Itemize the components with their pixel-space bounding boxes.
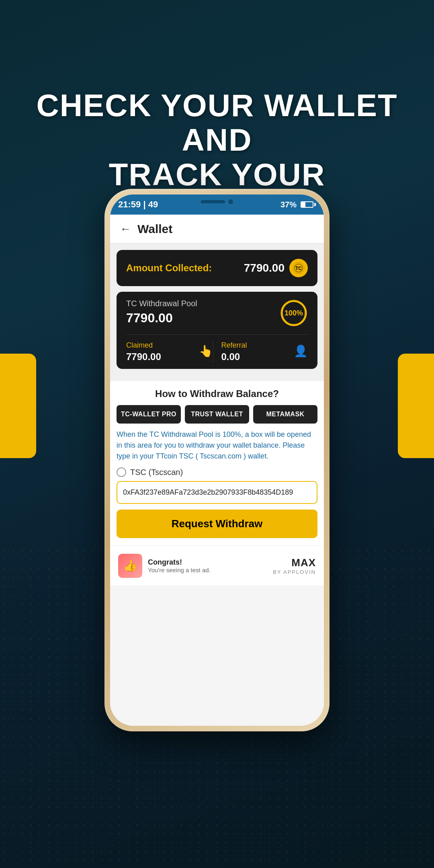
pool-claimed-col: Claimed 7790.00 👆	[126, 341, 213, 362]
hand-icon: 👆	[199, 344, 213, 358]
battery-icon	[301, 201, 316, 208]
claimed-value: 7790.00	[126, 351, 161, 362]
ad-thumbnail: 👍	[118, 554, 142, 578]
pool-label: TC Withdrawal Pool	[126, 299, 197, 308]
pool-bottom: Claimed 7790.00 👆 Referral 0.00	[117, 335, 317, 369]
ad-text-block: Congrats! You're seeing a test ad.	[148, 558, 211, 573]
how-title: How to Withdraw Balance?	[117, 388, 317, 399]
amount-value: 7790.00	[244, 262, 285, 274]
max-text: MAX	[273, 557, 316, 569]
back-button[interactable]: ←	[120, 223, 131, 235]
status-notch	[187, 194, 247, 209]
max-logo: MAX BY APPLOVIN	[273, 557, 316, 575]
how-section: How to Withdraw Balance? TC-WALLET PRO T…	[110, 381, 324, 545]
tc-wallet-pro-button[interactable]: TC-WALLET PRO	[117, 405, 181, 424]
claimed-label: Claimed	[126, 341, 161, 350]
side-decoration-right	[398, 354, 434, 458]
referral-value: 0.00	[221, 351, 247, 362]
ad-left: 👍 Congrats! You're seeing a test ad.	[118, 554, 211, 578]
status-time: 21:59 | 49	[118, 199, 158, 210]
battery-body	[301, 201, 313, 208]
coin-icon: TC	[289, 259, 308, 277]
pool-top: TC Withdrawal Pool 7790.00 100%	[117, 292, 317, 334]
wallet-content: Amount Collected: 7790.00 TC	[110, 244, 324, 381]
battery-fill	[301, 202, 305, 207]
amount-card: Amount Collected: 7790.00 TC	[117, 250, 317, 286]
nav-bar: ← Wallet	[110, 215, 324, 244]
ad-banner: 👍 Congrats! You're seeing a test ad. MAX…	[110, 545, 324, 585]
phone-inner: 21:59 | 49 37% ← W	[110, 194, 324, 726]
notch-camera	[228, 199, 233, 204]
max-sub: BY APPLOVIN	[273, 569, 316, 575]
circle-progress: 100%	[280, 299, 308, 327]
progress-percent: 100%	[285, 309, 303, 317]
pool-info: TC Withdrawal Pool 7790.00	[126, 299, 197, 326]
tsc-label: TSC (Tscscan)	[130, 468, 183, 477]
nav-title: Wallet	[137, 222, 172, 236]
pool-card: TC Withdrawal Pool 7790.00 100%	[117, 292, 317, 369]
amount-value-row: 7790.00 TC	[244, 259, 308, 277]
pool-referral-col: Referral 0.00 👤	[213, 341, 308, 362]
status-bar: 21:59 | 49 37%	[110, 194, 324, 215]
pool-value: 7790.00	[126, 311, 197, 326]
side-decoration-left	[0, 354, 36, 458]
app-content: Amount Collected: 7790.00 TC	[110, 244, 324, 726]
request-withdraw-button[interactable]: Request Withdraw	[117, 510, 317, 538]
tsc-radio-row: TSC (Tscscan)	[117, 467, 317, 477]
wallet-buttons: TC-WALLET PRO TRUST WALLET METAMASK	[117, 405, 317, 424]
trust-wallet-button[interactable]: TRUST WALLET	[185, 405, 249, 424]
metamask-button[interactable]: METAMASK	[253, 405, 317, 424]
headline-line1: CHECK YOUR WALLET AND	[36, 88, 397, 158]
notch-speaker	[201, 200, 225, 203]
radio-button[interactable]	[117, 467, 126, 477]
info-text: When the TC Withdrawal Pool is 100%, a b…	[117, 429, 317, 462]
battery-percent: 37%	[280, 200, 297, 209]
battery-tip	[314, 203, 316, 206]
status-right: 37%	[280, 200, 316, 209]
ad-subtext: You're seeing a test ad.	[148, 567, 211, 573]
svg-text:TC: TC	[295, 266, 302, 271]
ad-congrats: Congrats!	[148, 558, 211, 567]
add-person-icon: 👤	[294, 344, 308, 358]
phone-mockup: 21:59 | 49 37% ← W	[104, 189, 330, 731]
wallet-address-input[interactable]: 0xFA3f237e89AFa723d3e2b2907933F8b48354D1…	[117, 481, 317, 504]
amount-label: Amount Collected:	[126, 262, 212, 274]
phone-outer: 21:59 | 49 37% ← W	[104, 189, 330, 731]
referral-label: Referral	[221, 341, 247, 350]
